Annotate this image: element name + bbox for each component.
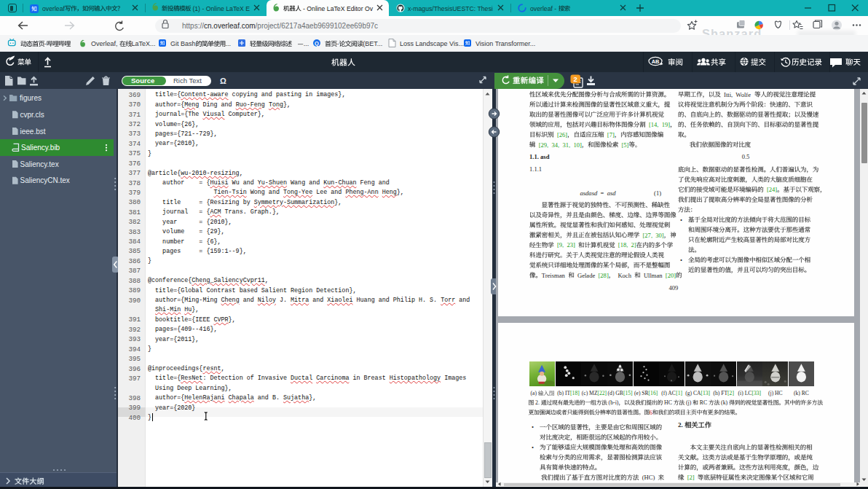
svg-text:2.: 2. — [535, 399, 540, 406]
svg-text:[18]: [18] — [570, 390, 580, 396]
svg-text:figures: figures — [20, 94, 42, 102]
svg-text:[24]: [24] — [767, 186, 777, 193]
svg-text:Treisman: Treisman — [542, 272, 566, 279]
svg-text:(j) HC: (j) HC — [768, 390, 783, 396]
svg-text:•: • — [532, 423, 534, 431]
svg-text:Ω: Ω — [220, 77, 226, 85]
svg-text:(j): (j) — [686, 399, 692, 406]
svg-text:(BET...: (BET... — [363, 40, 382, 47]
svg-text:(e) SR: (e) SR — [634, 390, 650, 396]
svg-text:[2]: [2] — [687, 474, 695, 481]
svg-text:•: • — [680, 257, 682, 264]
svg-text:asdasd: asdasd — [580, 189, 598, 197]
svg-text:Source: Source — [131, 77, 154, 85]
svg-text:[33]: [33] — [751, 390, 761, 396]
svg-text:x-magus/ThesisUESTC: Thesi: x-magus/ThesisUESTC: Thesi — [408, 5, 493, 12]
svg-text:=: = — [601, 189, 604, 197]
svg-text:409: 409 — [669, 284, 679, 292]
svg-text:ieee.bst: ieee.bst — [20, 128, 46, 136]
svg-text:cn.overleaf.com: cn.overleaf.com — [204, 22, 256, 30]
svg-text:overleaf: overleaf — [42, 5, 65, 12]
svg-text:[9, 23]: [9, 23] — [557, 241, 575, 249]
svg-text:[5]: [5] — [622, 141, 629, 149]
svg-text:[16]: [16] — [649, 390, 658, 396]
svg-text:[7]: [7] — [607, 131, 615, 138]
svg-text:asd: asd — [607, 189, 617, 197]
svg-text:(k) RC: (k) RC — [794, 390, 809, 396]
svg-text:cvpr.cls: cvpr.cls — [20, 111, 44, 119]
svg-text:(h) FT: (h) FT — [714, 390, 728, 396]
svg-text:(1) - Online LaTeX E: (1) - Online LaTeX E — [192, 5, 250, 12]
svg-text:/project/6217a4aeb9699102ee69b: /project/6217a4aeb9699102ee69b97c — [256, 22, 378, 30]
svg-text:-: - — [44, 40, 47, 47]
svg-text:...: ... — [304, 40, 309, 47]
svg-text:[29, 34, 31, 10]: [29, 34, 31, 10] — [539, 141, 582, 149]
svg-text:SaliencyCN.tex: SaliencyCN.tex — [20, 176, 70, 184]
svg-text:(b-i): (b-i) — [609, 399, 619, 406]
svg-text:(i) LC: (i) LC — [738, 390, 752, 396]
svg-text:[13]: [13] — [701, 390, 711, 396]
svg-text:2.: 2. — [678, 421, 683, 429]
svg-text:[22]: [22] — [598, 390, 607, 396]
svg-text:(f) AC: (f) AC — [661, 390, 676, 396]
svg-text:overleaf -: overleaf - — [530, 5, 556, 12]
svg-text:(k): (k) — [721, 399, 727, 406]
svg-text:Git Bash: Git Bash — [170, 40, 196, 47]
svg-text:[14, 19]: [14, 19] — [649, 121, 670, 128]
svg-text:https://: https:// — [182, 22, 204, 30]
svg-text:2: 2 — [574, 75, 577, 83]
svg-text:HC: HC — [664, 399, 672, 406]
svg-text:(1): (1) — [654, 189, 661, 197]
svg-text:[1]: [1] — [676, 390, 682, 396]
svg-text:Saliency.tex: Saliency.tex — [20, 160, 59, 168]
svg-text:Loss Landscape Vis...: Loss Landscape Vis... — [400, 40, 464, 47]
svg-text:[15]: [15] — [623, 390, 633, 396]
svg-text:LaTeX...: LaTeX... — [131, 40, 155, 47]
svg-text:•: • — [532, 444, 534, 451]
svg-text:Saliency.bib: Saliency.bib — [21, 144, 60, 152]
svg-text:Koch: Koch — [618, 272, 631, 279]
svg-text:AB: AB — [652, 58, 660, 65]
svg-text:-: - — [336, 40, 339, 47]
svg-text:[26]: [26] — [557, 131, 567, 138]
svg-text:(HC): (HC) — [642, 474, 655, 481]
svg-text:[2]: [2] — [727, 390, 734, 396]
svg-text:(g) CA: (g) CA — [685, 390, 701, 396]
svg-text:(a): (a) — [531, 390, 537, 396]
svg-text:Gelade: Gelade — [577, 272, 595, 279]
svg-text:6: 6 — [650, 410, 652, 416]
svg-text:[20]: [20] — [666, 272, 676, 279]
svg-text:...: ... — [226, 40, 232, 47]
svg-text:(c) MZ: (c) MZ — [582, 390, 598, 396]
svg-text:0.5: 0.5 — [742, 153, 750, 160]
svg-text:1.1. asd: 1.1. asd — [529, 153, 550, 160]
svg-text:(d) GB: (d) GB — [608, 390, 623, 396]
svg-text:[27, 30]: [27, 30] — [643, 232, 664, 239]
svg-text:[28]: [28] — [599, 272, 609, 279]
svg-text:Rich Text: Rich Text — [173, 77, 202, 85]
svg-text:- Online LaTeX Editor Ov: - Online LaTeX Editor Ov — [303, 5, 374, 12]
svg-text:Overleaf,: Overleaf, — [91, 40, 118, 47]
svg-text:RC: RC — [700, 399, 707, 406]
svg-text:Vision Transformer...: Vision Transformer... — [476, 40, 535, 47]
svg-text:Ullman: Ullman — [644, 272, 663, 279]
svg-text:Itti, Wolfe: Itti, Wolfe — [724, 91, 751, 98]
svg-text:Q: Q — [315, 40, 319, 47]
svg-text:[18, 2]: [18, 2] — [618, 241, 636, 249]
svg-text:1.1.1: 1.1.1 — [529, 165, 542, 173]
svg-text:(b) IT: (b) IT — [557, 390, 570, 396]
svg-text:•: • — [680, 216, 682, 224]
